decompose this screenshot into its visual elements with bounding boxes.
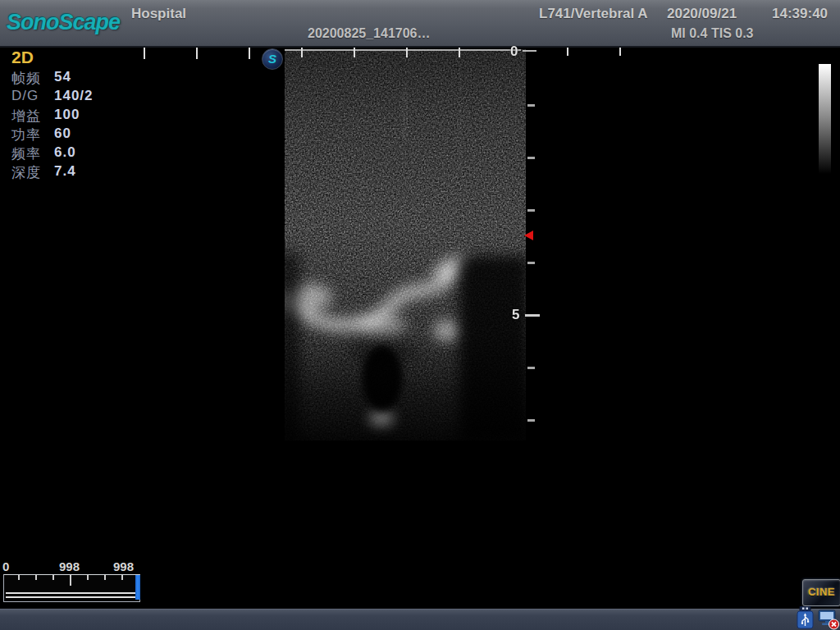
depth-ruler-tick (527, 419, 535, 422)
depth-scale-zero-label: 0 (510, 43, 518, 60)
cine-position-indicator[interactable] (135, 575, 140, 600)
width-ruler-tick (567, 48, 568, 56)
param-value: 54 (54, 69, 71, 85)
param-row-gain: 增益 100 (11, 107, 159, 126)
width-ruler-tick (249, 48, 250, 59)
grayscale-map-bar (819, 64, 831, 174)
mi-tis-readout: MI 0.4 TIS 0.3 (671, 26, 753, 41)
focus-position-marker (524, 231, 533, 240)
width-ruler-tick (619, 48, 621, 56)
width-ruler-line (285, 49, 521, 51)
cine-ruler-tick (35, 575, 37, 580)
width-ruler-tick (196, 48, 198, 59)
network-error-icon[interactable] (817, 609, 840, 630)
exam-id: 20200825_141706… (308, 26, 430, 41)
cine-current-frame: 998 (59, 559, 80, 573)
depth-zero-dash (523, 50, 536, 52)
param-value: 7.4 (54, 163, 76, 180)
cine-ruler-tick (18, 575, 20, 580)
param-row-framerate: 帧频 54 (11, 69, 159, 88)
cine-track-line (6, 596, 135, 598)
param-label: 功率 (11, 126, 41, 144)
width-ruler-tick (354, 48, 355, 57)
depth-major-tick (525, 314, 540, 317)
cine-ruler-tick (104, 575, 106, 580)
param-row-depth: 深度 7.4 (11, 163, 159, 182)
cine-scrubber-bar[interactable] (3, 574, 140, 602)
param-row-power: 功率 60 (11, 126, 159, 144)
depth-scale-five-label: 5 (512, 307, 519, 323)
param-row-frequency: 频率 6.0 (11, 144, 159, 163)
ultrasound-machine-screen: SonoScape Hospital L741/Vertebral A 2020… (0, 0, 840, 630)
depth-ruler-tick (527, 262, 535, 264)
depth-ruler-tick (527, 157, 535, 159)
depth-ruler-tick (527, 367, 535, 369)
param-label: 频率 (11, 144, 41, 163)
cine-start-frame: 0 (2, 559, 9, 573)
exam-date: 2020/09/21 (667, 6, 737, 22)
param-label: 帧频 (11, 69, 41, 88)
sonoscape-logo: SonoScape (7, 10, 120, 35)
cine-ruler-tick (87, 575, 89, 580)
cine-ruler-tick (121, 575, 123, 580)
param-row-dg: D/G 140/2 (11, 88, 159, 107)
param-value: 140/2 (54, 88, 94, 104)
cine-ruler-tick (52, 575, 54, 580)
width-ruler-tick (459, 48, 460, 57)
usb-icon[interactable] (796, 606, 815, 630)
ultrasound-image (285, 49, 526, 441)
probe-preset: L741/Vertebral A (539, 6, 648, 22)
width-ruler-tick (301, 48, 303, 57)
cine-track-line (6, 592, 135, 594)
mode-indicator-2d: 2D (11, 48, 34, 67)
param-label: 深度 (11, 163, 41, 182)
clock: 14:39:40 (772, 6, 828, 22)
system-taskbar (0, 609, 840, 630)
param-label: D/G (11, 88, 39, 104)
width-ruler-tick (144, 48, 145, 59)
ultrasound-speckle-render (285, 49, 526, 441)
top-status-bar: SonoScape Hospital L741/Vertebral A 2020… (0, 0, 840, 48)
param-value: 100 (54, 107, 80, 123)
depth-ruler-tick (527, 209, 535, 212)
cine-ruler-tick (70, 575, 71, 586)
hospital-name: Hospital (131, 6, 186, 22)
depth-ruler-tick (527, 104, 535, 107)
param-value: 60 (54, 126, 71, 142)
param-value: 6.0 (54, 144, 76, 161)
width-ruler-tick (406, 48, 408, 57)
param-label: 增益 (11, 107, 41, 126)
probe-orientation-marker-icon: S (262, 48, 283, 70)
cine-total-frames: 998 (113, 559, 134, 573)
cine-button[interactable]: CINE (802, 579, 840, 606)
